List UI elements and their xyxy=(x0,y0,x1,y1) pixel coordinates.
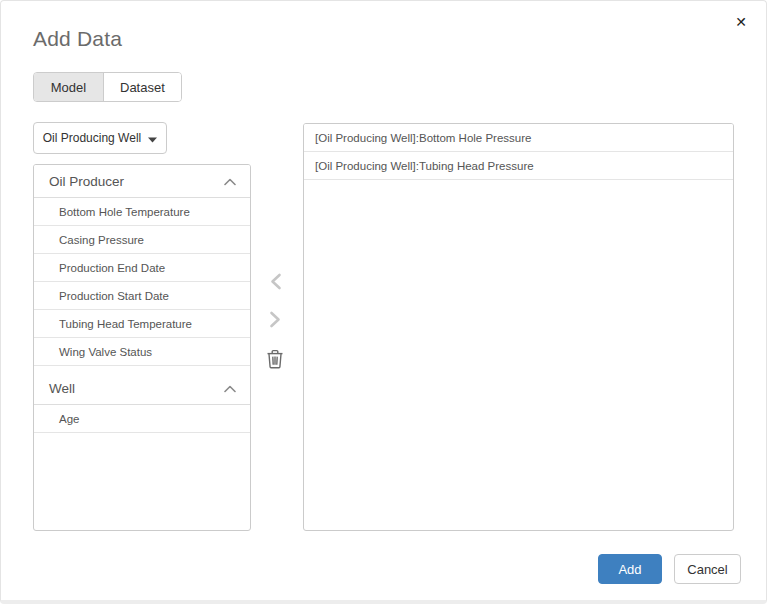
add-data-dialog: Add Data ✕ Model Dataset Oil Producing W… xyxy=(0,0,767,604)
page-title: Add Data xyxy=(33,27,122,51)
cancel-button[interactable]: Cancel xyxy=(674,554,741,584)
chevron-up-icon xyxy=(224,174,236,189)
close-icon[interactable]: ✕ xyxy=(730,11,752,33)
list-item[interactable]: Tubing Head Temperature xyxy=(34,310,250,338)
selected-item[interactable]: [Oil Producing Well]:Tubing Head Pressur… xyxy=(304,152,733,180)
move-left-button[interactable] xyxy=(265,273,285,293)
tab-model[interactable]: Model xyxy=(34,73,104,101)
entity-dropdown-value: Oil Producing Well xyxy=(43,131,141,145)
list-item[interactable]: Production End Date xyxy=(34,254,250,282)
delete-button[interactable] xyxy=(265,351,285,371)
entity-dropdown[interactable]: Oil Producing Well xyxy=(33,122,167,154)
chevron-up-icon xyxy=(224,381,236,396)
list-item[interactable]: Bottom Hole Temperature xyxy=(34,198,250,226)
list-item[interactable]: Production Start Date xyxy=(34,282,250,310)
move-right-button[interactable] xyxy=(265,311,285,331)
selected-fields-panel: [Oil Producing Well]:Bottom Hole Pressur… xyxy=(303,123,734,531)
list-item[interactable]: Casing Pressure xyxy=(34,226,250,254)
tab-dataset[interactable]: Dataset xyxy=(104,73,181,101)
add-button[interactable]: Add xyxy=(598,554,662,584)
list-item[interactable]: Wing Valve Status xyxy=(34,338,250,366)
chevron-right-icon xyxy=(269,311,282,332)
group-name: Oil Producer xyxy=(49,174,124,189)
available-fields-panel: Oil Producer Bottom Hole Temperature Cas… xyxy=(33,164,251,531)
group-name: Well xyxy=(49,381,75,396)
chevron-left-icon xyxy=(269,273,282,294)
list-item[interactable]: Age xyxy=(34,405,250,433)
trash-icon xyxy=(266,349,284,373)
source-type-tabs: Model Dataset xyxy=(33,72,182,102)
group-header-oil-producer[interactable]: Oil Producer xyxy=(34,165,250,198)
caret-down-icon xyxy=(148,132,157,146)
group-header-well[interactable]: Well xyxy=(34,366,250,405)
selected-item[interactable]: [Oil Producing Well]:Bottom Hole Pressur… xyxy=(304,124,733,152)
